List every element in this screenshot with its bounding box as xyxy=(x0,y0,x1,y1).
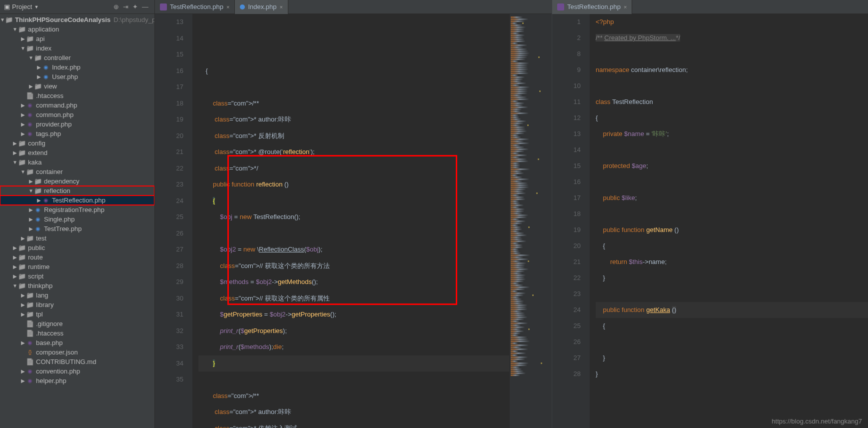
tree-item[interactable]: ▼application xyxy=(0,24,154,34)
tree-item[interactable]: .htaccess xyxy=(0,328,154,338)
tree-item[interactable]: ▶test xyxy=(0,234,154,243)
tree-item[interactable]: ▼container xyxy=(0,167,154,176)
editor-tab[interactable]: Index.php× xyxy=(235,0,288,14)
tree-item[interactable]: ▶tpl xyxy=(0,310,154,319)
tree-item[interactable]: ▶convention.php xyxy=(0,366,154,376)
tree-item[interactable]: ▼controller xyxy=(0,53,154,62)
tree-item[interactable]: ▶config xyxy=(0,138,154,148)
tree-item[interactable]: ▶extend xyxy=(0,148,154,158)
editor-tab[interactable]: TestReflection.php× xyxy=(155,0,235,14)
tree-item[interactable]: ▶RegistrationTree.php xyxy=(0,205,154,214)
tree-item[interactable]: ▶route xyxy=(0,252,154,262)
tree-item[interactable]: ▶lang xyxy=(0,290,154,300)
tree-item[interactable]: ▶base.php xyxy=(0,338,154,348)
tree-item[interactable]: ▶api xyxy=(0,34,154,44)
tree-item[interactable]: ▶tags.php xyxy=(0,129,154,138)
close-icon[interactable]: × xyxy=(226,4,229,10)
tree-item[interactable]: ▶common.php xyxy=(0,110,154,120)
project-sidebar: ▣Project▼ ⊕ ⇥ ✦ — ▼ThinkPHPSourceCodeAna… xyxy=(0,0,155,428)
tabbar-right: TestReflection.php× xyxy=(552,0,868,14)
tree-item[interactable]: ▼reflection xyxy=(0,186,154,196)
tree-item[interactable]: ▶TestReflection.php xyxy=(0,196,154,205)
tree-item[interactable]: ▼kaka xyxy=(0,158,154,167)
tree-item[interactable]: ▶public xyxy=(0,243,154,252)
tree-item[interactable]: composer.json xyxy=(0,348,154,357)
tree-item[interactable]: ▶helper.php xyxy=(0,376,154,386)
tree-item[interactable]: ▶User.php xyxy=(0,72,154,82)
tree-item[interactable]: ▶dependency xyxy=(0,176,154,186)
gutter-right: 1289101112131415161718192021222324252627… xyxy=(552,14,590,428)
minimap[interactable] xyxy=(509,14,552,428)
tree-item[interactable]: ▼index xyxy=(0,44,154,53)
tree-item[interactable]: ▶script xyxy=(0,272,154,281)
project-tree[interactable]: ▼ThinkPHPSourceCodeAnalysisD:\phpstudy_p… xyxy=(0,14,154,428)
tree-item[interactable]: .gitignore xyxy=(0,319,154,328)
editor-left: TestReflection.php×Index.php× 1314151617… xyxy=(155,0,552,428)
editor-tab[interactable]: TestReflection.php× xyxy=(552,0,632,14)
tree-item[interactable]: ▶TestTree.php xyxy=(0,224,154,234)
collapse-icon[interactable]: ⇥ xyxy=(123,3,128,10)
tree-root[interactable]: ▼ThinkPHPSourceCodeAnalysisD:\phpstudy_p… xyxy=(0,15,154,24)
code-right[interactable]: <?php/** Created by PhpStorm. ...*/names… xyxy=(590,14,868,428)
gutter-left: 1314151617181920212223242526272829303132… xyxy=(155,14,192,428)
tree-item[interactable]: CONTRIBUTING.md xyxy=(0,357,154,366)
tree-item[interactable]: .htaccess xyxy=(0,91,154,100)
hide-icon[interactable]: — xyxy=(142,3,148,10)
tree-item[interactable]: ▶view xyxy=(0,82,154,91)
watermark: https://blog.csdn.net/fangkang7 xyxy=(772,418,862,425)
settings-icon[interactable]: ✦ xyxy=(132,3,138,10)
close-icon[interactable]: × xyxy=(624,4,627,10)
sidebar-header: ▣Project▼ ⊕ ⇥ ✦ — xyxy=(0,0,154,14)
tree-item[interactable]: ▶Index.php xyxy=(0,62,154,72)
tree-item[interactable]: ▶library xyxy=(0,300,154,310)
locate-icon[interactable]: ⊕ xyxy=(113,3,119,10)
editor-right: TestReflection.php× 12891011121314151617… xyxy=(552,0,868,428)
tree-item[interactable]: ▶provider.php xyxy=(0,120,154,129)
close-icon[interactable]: × xyxy=(280,4,283,10)
tree-item[interactable]: ▶runtime xyxy=(0,262,154,272)
code-left[interactable]: { class="com">/** class="com">* author:咔… xyxy=(192,14,509,428)
tree-item[interactable]: ▶command.php xyxy=(0,100,154,110)
project-dropdown[interactable]: ▣Project▼ xyxy=(4,3,38,10)
tree-item[interactable]: ▼thinkphp xyxy=(0,281,154,290)
tree-item[interactable]: ▶Single.php xyxy=(0,214,154,224)
tabbar-left: TestReflection.php×Index.php× xyxy=(155,0,552,14)
